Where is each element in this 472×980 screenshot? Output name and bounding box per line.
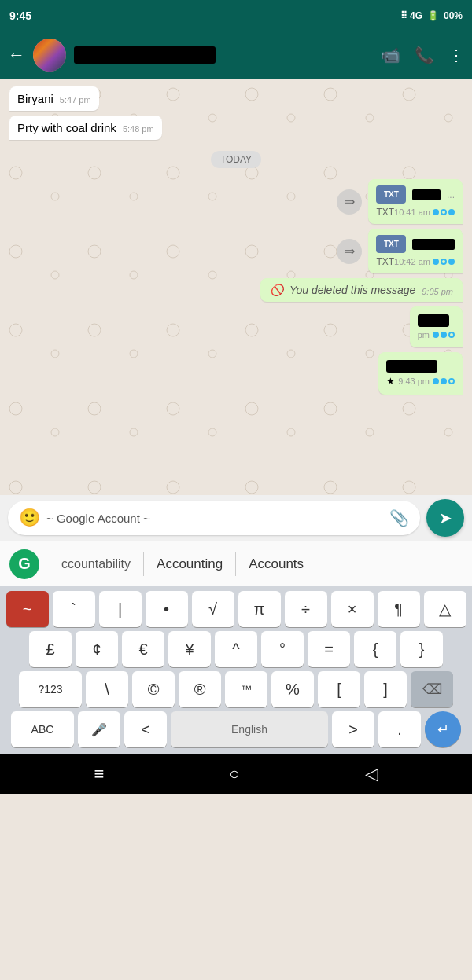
forward-icon[interactable]: ⇒ [337, 189, 362, 215]
autocomplete-word-3[interactable]: Accounts [236, 556, 316, 572]
key-percent[interactable]: % [271, 671, 314, 707]
tick-dot [433, 378, 439, 384]
grammarly-icon: G [9, 549, 39, 579]
key-rbracket[interactable]: ] [364, 671, 407, 707]
send-button[interactable]: ➤ [426, 499, 464, 537]
autocomplete-bar: G ccountability Accounting Accounts [0, 541, 472, 586]
key-divide[interactable]: ÷ [285, 591, 327, 627]
key-trademark[interactable]: ™ [225, 671, 267, 707]
read-ticks [433, 259, 455, 265]
voice-call-icon[interactable]: 📞 [415, 46, 434, 64]
key-degree[interactable]: ° [261, 631, 304, 667]
message-time: 5:48 pm [123, 124, 154, 134]
keyboard-row-3: ?123 \ © ® ™ % [ ] ⌫ [3, 671, 469, 707]
key-cent[interactable]: ¢ [76, 631, 118, 667]
message-input-area: 🙂 ~ Google Account ~ 📎 ➤ [0, 495, 472, 541]
key-multiply[interactable]: × [331, 591, 374, 627]
tick-dot-outline [448, 332, 455, 338]
key-pipe[interactable]: | [99, 591, 142, 627]
tick-dot-outline [441, 259, 447, 265]
key-angle-right[interactable]: > [332, 711, 374, 747]
tick-dot2 [441, 378, 447, 384]
key-backspace[interactable]: ⌫ [411, 671, 453, 707]
key-sqrt[interactable]: √ [192, 591, 234, 627]
file-type-label: TXT [376, 207, 394, 218]
keyboard-row-1: ~ ` | • √ π ÷ × ¶ △ [3, 591, 469, 627]
key-caret[interactable]: ^ [215, 631, 257, 667]
avatar[interactable] [33, 39, 66, 72]
tick-dot-outline [441, 209, 447, 215]
key-copyright[interactable]: © [132, 671, 175, 707]
star-icon: ★ [386, 376, 395, 387]
key-rbrace[interactable]: } [400, 631, 443, 667]
message-input-box[interactable]: 🙂 ~ Google Account ~ 📎 [8, 501, 420, 535]
file-footer: TXT 10:41 am [376, 207, 455, 218]
key-enter[interactable]: ↵ [425, 711, 461, 747]
read-ticks [433, 332, 455, 338]
list-item: ⇒ TXT TXT 10:42 am [9, 229, 463, 273]
key-backtick[interactable]: ` [53, 591, 95, 627]
key-lbracket[interactable]: [ [318, 671, 360, 707]
nav-menu-icon[interactable]: ≡ [94, 764, 104, 784]
key-backslash[interactable]: \ [86, 671, 128, 707]
emoji-button[interactable]: 🙂 [19, 508, 40, 528]
date-label: TODAY [220, 154, 252, 165]
file-message: TXT ... TXT 10:41 am [368, 179, 463, 224]
navigation-bar: ≡ ○ ◁ [0, 754, 472, 794]
forward-icon[interactable]: ⇒ [337, 239, 362, 264]
contact-name-redacted [74, 46, 216, 64]
back-button[interactable]: ← [8, 45, 25, 65]
message-time: pm [418, 330, 430, 340]
tick-dot2 [448, 209, 455, 215]
date-divider: TODAY [211, 151, 261, 168]
key-mic[interactable]: 🎤 [78, 711, 120, 747]
message-time: 10:42 am [394, 257, 455, 266]
key-bullet[interactable]: • [146, 591, 188, 627]
autocomplete-word-2[interactable]: Accounting [144, 556, 235, 572]
message-time: 9:43 pm [398, 376, 430, 386]
key-euro[interactable]: € [122, 631, 164, 667]
attach-button[interactable]: 📎 [389, 508, 409, 527]
key-space[interactable]: English [171, 711, 328, 747]
key-equals[interactable]: = [308, 631, 350, 667]
grammarly-letter: G [18, 555, 31, 573]
message-time: 9:05 pm [422, 287, 453, 296]
key-lbrace[interactable]: { [354, 631, 396, 667]
status-bar: 9:45 ⠿ 4G 🔋 00% [0, 0, 472, 31]
key-pound[interactable]: £ [29, 631, 72, 667]
nav-back-icon[interactable]: ◁ [365, 764, 378, 784]
file-message: TXT TXT 10:42 am [368, 229, 463, 273]
key-pilcrow[interactable]: ¶ [378, 591, 420, 627]
read-ticks [433, 209, 455, 215]
keyboard-row-2: £ ¢ € ¥ ^ ° = { } [3, 631, 469, 667]
battery-icon: 🔋 [427, 10, 439, 21]
menu-icon[interactable]: ⋮ [448, 46, 464, 64]
message-text: Biryani [17, 92, 53, 105]
blocked-icon: 🚫 [270, 284, 283, 296]
key-abc-switch[interactable]: ABC [11, 711, 74, 747]
nav-home-icon[interactable]: ○ [229, 764, 239, 784]
autocomplete-word-1[interactable]: ccountability [49, 557, 143, 571]
key-num-switch[interactable]: ?123 [19, 671, 82, 707]
file-type-icon: TXT [376, 185, 406, 204]
key-tilde[interactable]: ~ [6, 591, 49, 627]
battery-percent: 00% [444, 10, 463, 21]
tick-dot2 [441, 332, 447, 338]
key-registered[interactable]: ® [179, 671, 221, 707]
video-call-icon[interactable]: 📹 [381, 46, 400, 64]
ellipsis: ... [447, 189, 455, 200]
message-input-text: ~ Google Account ~ [46, 512, 383, 525]
key-angle-left[interactable]: < [124, 711, 167, 747]
keyboard: ~ ` | • √ π ÷ × ¶ △ £ ¢ € ¥ ^ ° = { } ?1… [0, 586, 472, 754]
key-delta[interactable]: △ [424, 591, 466, 627]
key-yen[interactable]: ¥ [168, 631, 211, 667]
chat-area: Biryani 5:47 pm Prty with coal drink 5:4… [0, 79, 472, 495]
redacted-content [386, 360, 437, 373]
key-period[interactable]: . [378, 711, 421, 747]
file-footer: TXT 10:42 am [376, 256, 455, 267]
status-icons: ⠿ 4G 🔋 00% [400, 10, 463, 21]
file-type-icon: TXT [376, 235, 406, 253]
key-pi[interactable]: π [238, 591, 281, 627]
avatar-image [33, 39, 66, 72]
list-item: pm [410, 306, 463, 347]
